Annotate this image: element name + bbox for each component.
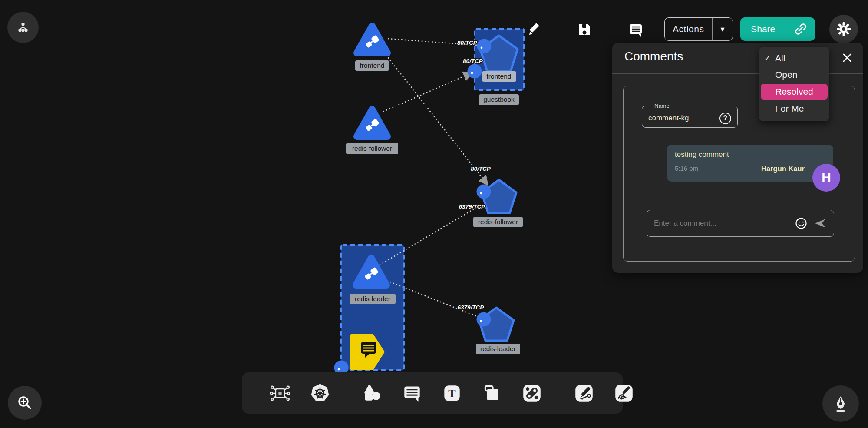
zoom-in-icon [15,393,34,412]
comment-name-field[interactable]: Name comment-kg ? [642,103,738,128]
text-tool-button[interactable]: T [441,382,463,404]
shape-toolbar: T [242,372,623,414]
node-label-frontend-triangle: frontend [355,60,389,71]
node-label-redis-leader-pentagon: redis-leader [476,344,520,354]
edge-label: 6379/TCP [459,203,486,210]
save-icon [576,21,593,38]
shapes-icon [361,382,383,404]
comment-bubble[interactable]: testing comment 5:16 pm Hargun Kaur H [667,145,833,182]
pen-mode-button[interactable] [822,385,859,422]
app-canvas: 80/TCP 80/TCP 80/TCP 6379/TCP 6379/TCP f… [0,0,868,428]
node-label-redis-leader-triangle: redis-leader [350,294,396,304]
actions-button[interactable]: Actions ▾ [664,17,733,41]
draw-tool-button[interactable] [613,382,635,404]
frame-tool-button[interactable] [481,382,503,404]
pencil-scribble-icon [613,382,635,404]
connection-tool-button[interactable] [521,382,543,404]
svg-text:frontend: frontend [360,62,385,69]
check-icon: ✓ [764,53,771,63]
filter-item-resolved[interactable]: Resolved [761,84,828,100]
node-label-frontend-pentagon: frontend [482,71,516,82]
svg-text:T: T [448,387,455,400]
hierarchy-view-button[interactable] [7,12,39,43]
chain-link-icon [521,382,543,404]
shapes-tool-button[interactable] [361,382,383,404]
node-triangle-redis-follower[interactable] [357,109,387,136]
comment-icon [627,21,644,38]
comment-text: testing comment [675,150,825,159]
filter-item-open[interactable]: Open [759,66,829,83]
filter-item-all[interactable]: ✓ All [759,50,829,66]
pen-nib-icon [831,394,851,414]
pen-arrow-tool-button[interactable] [573,382,595,404]
settings-button[interactable] [829,15,858,43]
comment-time: 5:16 pm [675,165,698,173]
group-label-guestbook: guestbook [479,94,519,105]
filter-item-for-me[interactable]: For Me [759,100,829,117]
comment-author: Hargun Kaur [761,165,805,173]
node-label-redis-follower-triangle: redis-follower [346,143,398,154]
text-icon: T [441,382,463,404]
edge-redis-leader-to-redis-follower[interactable] [380,206,480,265]
comment-tool-button[interactable] [401,382,423,404]
kubernetes-tool-button[interactable] [309,382,331,404]
chevron-down-icon[interactable]: ▾ [713,18,733,40]
svg-text:redis-follower: redis-follower [352,145,392,152]
node-triangle-frontend[interactable] [357,26,387,53]
comment-name-value: comment-kg [648,114,719,123]
comments-toggle-button[interactable] [625,19,646,40]
actions-label: Actions [665,18,712,40]
help-icon[interactable]: ? [719,113,731,124]
kubernetes-icon [309,382,331,404]
comment-input[interactable] [654,219,789,228]
gear-icon [835,21,852,37]
edit-button[interactable] [525,19,545,40]
svg-text:guestbook: guestbook [483,96,515,103]
avatar[interactable]: H [812,164,840,192]
comments-panel: Comments Name comment-kg ? testing comme… [612,43,863,273]
zoom-button[interactable] [8,386,42,420]
copy-link-icon[interactable] [786,17,815,41]
edge-redis-follower-to-guestbook[interactable] [383,73,472,112]
close-icon [842,52,853,63]
pen-arrow-icon [573,382,595,404]
svg-text:redis-leader: redis-leader [355,295,390,302]
panel-title: Comments [624,50,683,63]
share-button[interactable]: Share [740,17,815,41]
name-field-label: Name [652,103,672,109]
cluster-tool-button[interactable] [269,382,291,404]
circuit-icon [269,382,291,404]
edge-label: 6379/TCP [458,304,485,311]
svg-text:redis-follower: redis-follower [478,218,518,226]
pencil-icon [526,20,544,38]
edge-label: 80/TCP [463,58,483,64]
frame-icon [481,382,503,404]
edge-label: 80/TCP [457,40,478,46]
emoji-icon[interactable] [795,217,808,230]
close-panel-button[interactable] [840,50,855,65]
share-label: Share [740,17,786,41]
edge-label: 80/TCP [471,166,491,172]
comment-filter-menu: ✓ All Open Resolved For Me [759,47,829,121]
comment-input-wrapper [647,210,834,237]
tree-icon [16,20,30,35]
send-icon[interactable] [814,218,827,229]
save-button[interactable] [574,19,595,40]
comment-icon [401,382,423,404]
svg-text:frontend: frontend [487,73,512,80]
svg-text:redis-leader: redis-leader [480,345,516,352]
node-label-redis-follower-pentagon: redis-follower [473,217,523,227]
